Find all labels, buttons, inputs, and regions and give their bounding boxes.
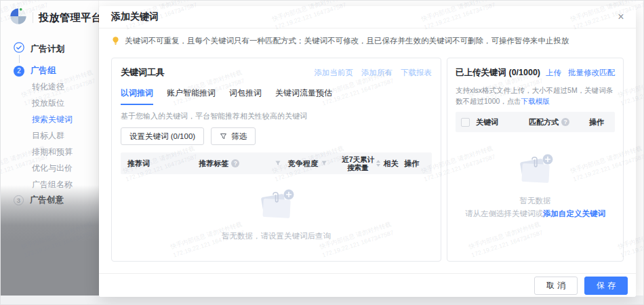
step3-badge: 3 (14, 195, 24, 205)
right-panel-title: 已上传关键词 (0/1000) (456, 67, 540, 79)
col-match-type: 匹配方式 (529, 117, 559, 127)
upload-desc: 支持xlsx格式文件上传，大小不超过5M，关键词条数不超过1000，点击下载模版 (456, 85, 615, 106)
select-all-checkbox[interactable] (461, 118, 470, 127)
platform-logo-icon (9, 7, 27, 28)
cancel-button[interactable]: 取消 (534, 277, 578, 295)
tab-account-smart[interactable]: 账户智能推词 (167, 87, 216, 105)
recommend-table-header: 推荐词 推荐标签 ? 竞争程度 (121, 152, 432, 174)
sidebar-item-search-keywords[interactable]: 搜索关键词 (32, 114, 73, 125)
modal-header: 添加关键词 (99, 6, 636, 28)
left-panel-desc: 基于您输入的关键词，平台智能推荐相关性较高的关键词 (121, 111, 432, 121)
sort-icon[interactable] (376, 160, 380, 167)
sidebar-item-conversion-path[interactable]: 转化途径 (32, 81, 64, 93)
brand-divider (33, 12, 33, 23)
filter-funnel-icon[interactable] (321, 160, 327, 167)
close-icon[interactable]: × (614, 10, 628, 24)
empty-folder-icon (516, 176, 555, 187)
download-template-link[interactable]: 下载模版 (521, 97, 550, 105)
add-keywords-modal: 添加关键词 × 关键词不可重复，且每个关键词只有一种匹配方式；关键词不可修改，且… (99, 6, 636, 297)
sidebar: 投放管理平台 广告计划 2 广告组 转化途径 投放版位 搜索关键词 目标人群 排… (1, 1, 99, 305)
col-keyword: 关键词 (476, 117, 523, 127)
tab-word-to-word[interactable]: 以词推词 (121, 87, 153, 105)
screen: 投放管理平台 广告计划 2 广告组 转化途径 投放版位 搜索关键词 目标人群 排… (0, 0, 644, 305)
add-all-link[interactable]: 添加所有 (361, 68, 393, 78)
sidebar-item-schedule-budget[interactable]: 排期和预算 (32, 146, 73, 158)
modal-title: 添加关键词 (111, 11, 159, 23)
batch-edit-match-link[interactable]: 批量修改匹配 (568, 68, 615, 78)
tab-word-package[interactable]: 词包推词 (229, 87, 262, 105)
step-connector (19, 55, 20, 63)
tab-traffic-forecast[interactable]: 关键词流量预估 (275, 87, 332, 105)
left-empty-text: 暂无数据，请设置关键词后查询 (121, 231, 432, 241)
sidebar-item-target-audience[interactable]: 目标人群 (32, 130, 64, 142)
help-icon[interactable]: ? (231, 159, 239, 167)
add-custom-keyword-link[interactable]: 添加自定义关键词 (543, 209, 605, 218)
step-ad-plan[interactable]: 广告计划 (14, 42, 64, 56)
step-ad-group-label: 广告组 (31, 65, 56, 77)
col-related: 相关 (384, 159, 399, 169)
download-report-link[interactable]: 下载报表 (401, 68, 432, 78)
set-keywords-button[interactable]: 设置关键词 (0/100) (121, 127, 204, 145)
filter-funnel-icon[interactable] (275, 160, 281, 167)
sidebar-item-adgroup-name[interactable]: 广告组名称 (32, 179, 73, 190)
left-empty-state: 暂无数据，请设置关键词后查询 (121, 188, 432, 241)
col-recommend-tag: 推荐标签 (199, 159, 228, 169)
col-action: 操作 (589, 117, 609, 127)
help-icon[interactable]: ? (561, 118, 569, 126)
right-empty-state: 暂无数据 请从左侧选择关键词或添加自定义关键词 (456, 152, 615, 219)
alert-text: 关键词不可重复，且每个关键词只有一种匹配方式；关键词不可修改，且已保存并生效的关… (125, 36, 569, 46)
upload-link[interactable]: 上传 (546, 68, 561, 78)
uploaded-table-header: 关键词 匹配方式 ? 操作 (456, 112, 615, 132)
empty-folder-icon (257, 211, 296, 222)
step-ad-creative-label: 广告创意 (30, 195, 64, 206)
funnel-outline-icon (220, 133, 227, 140)
alert-banner: 关键词不可重复，且每个关键词只有一种匹配方式；关键词不可修改，且已保存并生效的关… (111, 36, 624, 48)
bulb-icon (111, 36, 120, 48)
col-search-volume-line1: 近7天累计 (342, 155, 374, 163)
uploaded-keywords-panel: 已上传关键词 (0/1000) 上传 批量修改匹配 支持xlsx格式文件上传，大… (447, 58, 624, 262)
brand: 投放管理平台 (9, 7, 102, 28)
col-recommend-word: 推荐词 (127, 159, 150, 169)
step2-badge: 2 (14, 66, 24, 77)
step-ad-plan-label: 广告计划 (31, 43, 64, 55)
step-ad-creative[interactable]: 3 广告创意 (14, 195, 64, 206)
col-action: 操作 (404, 159, 419, 169)
modal-body: 关键词工具 添加当前页 添加所有 下载报表 以词推词 账户智能推词 词包推词 关… (111, 58, 624, 262)
check-circle-icon (14, 42, 24, 56)
left-toolbar: 设置关键词 (0/100) 筛选 (121, 127, 432, 145)
sidebar-item-placement[interactable]: 投放版位 (32, 98, 64, 109)
filter-button[interactable]: 筛选 (211, 127, 256, 145)
sidebar-item-optimize-bid[interactable]: 优化与出价 (32, 163, 73, 174)
right-empty-title: 暂无数据 (456, 196, 615, 206)
save-button[interactable]: 保存 (584, 277, 628, 295)
left-panel-title: 关键词工具 (121, 66, 165, 79)
add-current-page-link[interactable]: 添加当前页 (315, 68, 354, 78)
modal-footer: 取消 保存 (99, 273, 636, 297)
right-empty-prefix: 请从左侧选择关键词或 (465, 209, 543, 218)
left-panel-tabs: 以词推词 账户智能推词 词包推词 关键词流量预估 (121, 87, 432, 105)
col-competition: 竞争程度 (288, 159, 318, 169)
platform-title: 投放管理平台 (39, 12, 102, 24)
step-ad-group[interactable]: 2 广告组 (14, 65, 56, 77)
keyword-tools-panel: 关键词工具 添加当前页 添加所有 下载报表 以词推词 账户智能推词 词包推词 关… (111, 58, 441, 262)
col-search-volume-line2: 搜索量 (347, 163, 369, 171)
